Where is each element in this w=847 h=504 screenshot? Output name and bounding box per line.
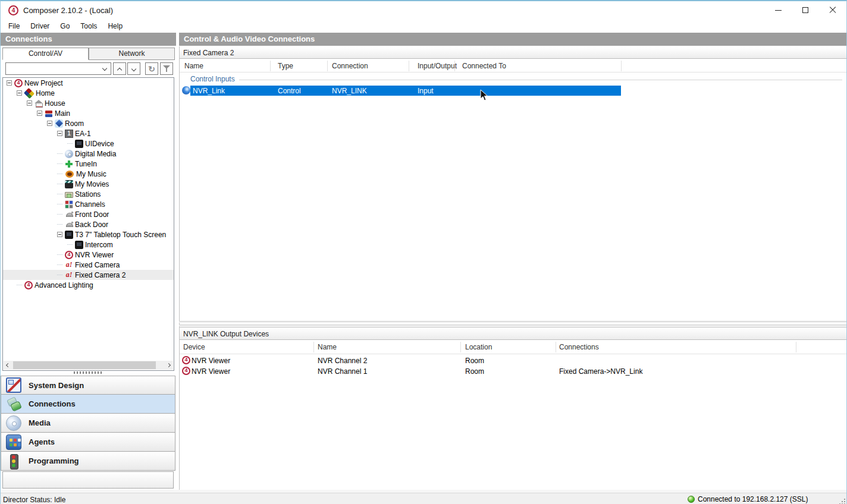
tree-item[interactable]: Home [3, 88, 174, 98]
output-device-row[interactable]: NVR ViewerNVR Channel 2Room [180, 355, 846, 366]
maximize-button[interactable] [792, 1, 819, 19]
column-separator[interactable] [327, 61, 328, 71]
output-panel-title: NVR_LINK Output Devices [180, 327, 846, 340]
column-header[interactable]: Connections [559, 343, 599, 351]
pane-splitter[interactable] [179, 321, 847, 323]
column-separator[interactable] [409, 61, 409, 71]
column-header[interactable]: Device [183, 343, 205, 351]
filter-button[interactable] [160, 62, 173, 75]
tree-item-label: Back Door [75, 220, 108, 229]
tree-item[interactable]: Advanced Lighting [3, 280, 174, 290]
connections-table-header: NameTypeConnectionInput/OutputConnected … [180, 59, 846, 73]
column-separator[interactable] [270, 61, 271, 71]
tab-network[interactable]: Network [89, 48, 175, 60]
tree-item[interactable]: Channels [3, 199, 174, 209]
tree-expander-icon[interactable] [7, 80, 12, 86]
menu-go[interactable]: Go [55, 21, 75, 32]
tab-control-av[interactable]: Control/AV [2, 48, 89, 60]
scroll-right-arrow-icon[interactable] [164, 361, 173, 370]
connection-row[interactable]: NVR_LinkControlNVR_LINKInput [180, 86, 846, 96]
minimize-icon [775, 10, 782, 11]
refresh-button[interactable]: ↻ [145, 62, 158, 75]
column-header[interactable]: Name [318, 343, 337, 351]
tree-item[interactable]: Main [3, 108, 174, 118]
tree-item[interactable]: House [3, 98, 174, 108]
column-header[interactable]: Connection [332, 62, 368, 70]
tree-expander-icon[interactable] [37, 111, 42, 116]
menu-driver[interactable]: Driver [25, 21, 55, 32]
nav-programming[interactable]: Programming [1, 452, 175, 471]
tree-item[interactable]: My Movies [3, 179, 174, 189]
tree-connector [57, 214, 62, 215]
panel-splitter-handle[interactable] [74, 371, 102, 374]
scroll-left-arrow-icon[interactable] [4, 361, 12, 370]
nav-system-design[interactable]: System Design [1, 376, 175, 395]
nav-connections[interactable]: Connections [1, 395, 175, 414]
column-separator[interactable] [313, 342, 314, 352]
tree-expander-icon[interactable] [57, 232, 62, 237]
left-tabs: Control/AVNetwork [2, 48, 175, 60]
pane-splitter[interactable] [179, 325, 847, 326]
column-separator[interactable] [796, 342, 796, 352]
screen-icon [75, 241, 83, 249]
column-header[interactable]: Location [465, 343, 492, 351]
tree-search-combobox[interactable] [5, 62, 111, 75]
tree-expander-icon[interactable] [57, 131, 62, 136]
column-separator[interactable] [556, 342, 556, 352]
menu-help[interactable]: Help [102, 21, 128, 32]
tree-item-label: Fixed Camera [75, 261, 120, 269]
tree-item[interactable]: NVR Viewer [3, 250, 174, 260]
tree-item[interactable]: T3 7" Tabletop Touch Screen [3, 229, 174, 240]
nav-agents[interactable]: Agents [1, 433, 175, 452]
composer-logo-icon: 4 [8, 5, 18, 15]
tree-expander-icon[interactable] [17, 90, 22, 96]
column-header[interactable]: Input/Output [418, 62, 457, 70]
tree-item[interactable]: My Music [3, 169, 174, 179]
tree-item-label: T3 7" Tabletop Touch Screen [75, 231, 166, 239]
cell-device: NVR Viewer [192, 357, 230, 365]
annex4-icon [65, 271, 73, 279]
find-previous-button[interactable] [113, 62, 126, 75]
minimize-button[interactable] [764, 1, 792, 19]
column-separator[interactable] [621, 61, 622, 71]
cell-device: NVR Viewer [192, 367, 230, 376]
tree-item[interactable]: UIDevice [3, 138, 174, 149]
tree-item[interactable]: Back Door [3, 219, 174, 229]
tree-item[interactable]: Intercom [3, 240, 174, 250]
column-separator[interactable] [454, 61, 455, 71]
tree-item-label: Main [55, 109, 70, 118]
scrollbar-thumb[interactable] [13, 361, 156, 369]
tree-item[interactable]: Room [3, 118, 174, 128]
tree-item[interactable]: New Project [3, 78, 174, 88]
room-icon [55, 119, 63, 128]
tree-item[interactable]: Front Door [3, 209, 174, 219]
output-device-row[interactable]: NVR ViewerNVR Channel 1RoomFixed Camera-… [180, 366, 846, 377]
control-swirl-icon [182, 86, 190, 94]
director-status-text: Director Status: Idle [3, 496, 65, 504]
tree-item[interactable]: Fixed Camera 2 [3, 270, 174, 280]
find-next-button[interactable] [127, 62, 140, 75]
column-separator[interactable] [460, 342, 461, 352]
close-button[interactable] [819, 1, 846, 19]
tree-item[interactable]: Digital Media [3, 149, 174, 159]
screen-icon [75, 140, 83, 148]
tree-item[interactable]: Fixed Camera [3, 260, 174, 270]
nav-media[interactable]: Media [1, 414, 175, 433]
c4-logo-icon [14, 79, 23, 87]
tree-horizontal-scrollbar[interactable] [4, 361, 173, 370]
column-header[interactable]: Name [184, 62, 203, 70]
column-header[interactable]: Connected To [462, 62, 506, 70]
tree-item[interactable]: Stations [3, 189, 174, 199]
menu-tools[interactable]: Tools [75, 21, 102, 32]
tree-connector [57, 204, 62, 204]
connections-panel-title: Connections [1, 33, 176, 46]
tree-item[interactable]: TuneIn [3, 159, 174, 169]
movies-icon [65, 180, 73, 188]
column-header[interactable]: Type [278, 62, 293, 70]
refresh-icon: ↻ [148, 65, 155, 73]
tree-item[interactable]: EA-1 [3, 128, 174, 138]
tree-expander-icon[interactable] [27, 100, 32, 106]
resize-grip[interactable] [839, 498, 845, 504]
tree-expander-icon[interactable] [47, 121, 52, 126]
menu-file[interactable]: File [3, 21, 25, 32]
